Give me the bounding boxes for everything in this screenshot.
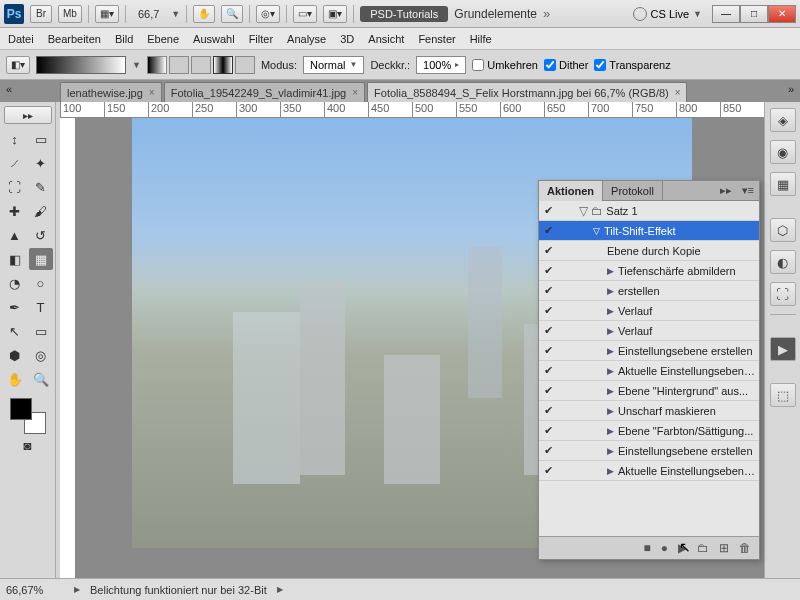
new-set-icon[interactable]: 🗀 <box>697 541 709 555</box>
menu-bearbeiten[interactable]: Bearbeiten <box>48 33 101 45</box>
status-arrow2[interactable]: ▶ <box>277 585 283 594</box>
close-icon[interactable]: × <box>675 87 681 98</box>
action-row[interactable]: ▶Unscharf maskieren <box>539 401 759 421</box>
deckkr-field[interactable]: 100%▸ <box>416 56 466 74</box>
arrange-button[interactable]: ▭▾ <box>293 5 317 23</box>
color-panel-icon[interactable]: ◈ <box>770 108 796 132</box>
gradient-diamond[interactable] <box>235 56 255 74</box>
hand-tool[interactable]: ✋ <box>3 368 27 390</box>
actions-panel-icon[interactable]: ▶ <box>770 337 796 361</box>
panel-menu[interactable]: ▾≡ <box>737 184 759 197</box>
quickmask-button[interactable]: ◙ <box>4 434 52 456</box>
action-row[interactable]: ▶Einstellungsebene erstellen <box>539 341 759 361</box>
action-row[interactable]: ▶Verlauf <box>539 301 759 321</box>
eyedropper-tool[interactable]: ✎ <box>29 176 53 198</box>
panel-collapse[interactable]: ▸▸ <box>715 184 737 197</box>
action-row[interactable]: ▶Ebene "Hintergrund" aus... <box>539 381 759 401</box>
styles-panel-icon[interactable]: ▦ <box>770 172 796 196</box>
action-row[interactable]: ▶Ebene "Farbton/Sättigung... <box>539 421 759 441</box>
cslive-label[interactable]: CS Live <box>651 8 690 20</box>
rotate-view-button[interactable]: ◎▾ <box>256 5 280 23</box>
action-row[interactable]: ▽Tilt-Shift-Effekt <box>539 221 759 241</box>
tabs-next[interactable]: » <box>788 83 794 95</box>
menu-datei[interactable]: Datei <box>8 33 34 45</box>
collapse-tools[interactable]: ▸▸ <box>4 106 52 124</box>
doc-tab[interactable]: Fotolia_19542249_S_vladimir41.jpg× <box>164 82 365 102</box>
dither-check[interactable]: Dither <box>544 59 588 71</box>
trash-icon[interactable]: 🗑 <box>739 541 751 555</box>
gradient-radial[interactable] <box>169 56 189 74</box>
stamp-tool[interactable]: ▲ <box>3 224 27 246</box>
minibridge-button[interactable]: Mb <box>58 5 82 23</box>
action-row[interactable]: ▶Aktuelle Einstellungsebene... <box>539 461 759 481</box>
minimize-button[interactable]: — <box>712 5 740 23</box>
menu-bild[interactable]: Bild <box>115 33 133 45</box>
action-row[interactable]: ▽ 🗀Satz 1 <box>539 201 759 221</box>
maximize-button[interactable]: □ <box>740 5 768 23</box>
menu-fenster[interactable]: Fenster <box>418 33 455 45</box>
crop-panel-icon[interactable]: ⛶ <box>770 282 796 306</box>
wand-tool[interactable]: ✦ <box>29 152 53 174</box>
color-swatches[interactable] <box>10 398 46 434</box>
action-row[interactable]: Ebene durch Kopie <box>539 241 759 261</box>
crop-tool[interactable]: ⛶ <box>3 176 27 198</box>
blur-tool[interactable]: ◔ <box>3 272 27 294</box>
gradient-tool-icon[interactable]: ◧▾ <box>6 56 30 74</box>
zoom-button[interactable]: 🔍 <box>221 5 243 23</box>
zoom-tool[interactable]: 🔍 <box>29 368 53 390</box>
workspace-pill[interactable]: PSD-Tutorials <box>360 6 448 22</box>
workspace-name[interactable]: Grundelemente <box>454 7 537 21</box>
close-button[interactable]: ✕ <box>768 5 796 23</box>
tab-aktionen[interactable]: Aktionen <box>539 181 603 201</box>
gradient-swatch[interactable] <box>36 56 126 74</box>
swatches-panel-icon[interactable]: ◉ <box>770 140 796 164</box>
fg-color[interactable] <box>10 398 32 420</box>
close-icon[interactable]: × <box>149 87 155 98</box>
menu-hilfe[interactable]: Hilfe <box>470 33 492 45</box>
menu-3d[interactable]: 3D <box>340 33 354 45</box>
3d-camera-tool[interactable]: ◎ <box>29 344 53 366</box>
zoom-display[interactable]: 66,7 <box>132 8 165 20</box>
doc-tab[interactable]: Fotolia_8588494_S_Felix Horstmann.jpg be… <box>367 82 687 102</box>
layers-panel-icon[interactable]: ⬚ <box>770 383 796 407</box>
umkehren-check[interactable]: Umkehren <box>472 59 538 71</box>
shape-tool[interactable]: ▭ <box>29 320 53 342</box>
pen-tool[interactable]: ✒ <box>3 296 27 318</box>
status-zoom[interactable]: 66,67% <box>6 584 64 596</box>
bridge-button[interactable]: Br <box>30 5 52 23</box>
action-row[interactable]: ▶Verlauf <box>539 321 759 341</box>
more-workspaces[interactable]: » <box>543 6 550 21</box>
lasso-tool[interactable]: ⟋ <box>3 152 27 174</box>
gradient-angle[interactable] <box>191 56 211 74</box>
action-row[interactable]: ▶Einstellungsebene erstellen <box>539 441 759 461</box>
stop-icon[interactable]: ■ <box>644 541 651 555</box>
menu-filter[interactable]: Filter <box>249 33 273 45</box>
tabs-prev[interactable]: « <box>6 83 12 95</box>
path-tool[interactable]: ↖ <box>3 320 27 342</box>
screenmode-button[interactable]: ▣▾ <box>323 5 347 23</box>
menu-analyse[interactable]: Analyse <box>287 33 326 45</box>
layout-button[interactable]: ▦▾ <box>95 5 119 23</box>
adjustments-panel-icon[interactable]: ⬡ <box>770 218 796 242</box>
hand-button[interactable]: ✋ <box>193 5 215 23</box>
menu-ebene[interactable]: Ebene <box>147 33 179 45</box>
record-icon[interactable]: ● <box>661 541 668 555</box>
history-brush-tool[interactable]: ↺ <box>29 224 53 246</box>
eraser-tool[interactable]: ◧ <box>3 248 27 270</box>
move-tool[interactable]: ↕ <box>3 128 27 150</box>
brush-tool[interactable]: 🖌 <box>29 200 53 222</box>
3d-tool[interactable]: ⬢ <box>3 344 27 366</box>
close-icon[interactable]: × <box>352 87 358 98</box>
gradient-reflected[interactable] <box>213 56 233 74</box>
new-action-icon[interactable]: ⊞ <box>719 541 729 555</box>
gradient-linear[interactable] <box>147 56 167 74</box>
doc-tab[interactable]: lenathewise.jpg× <box>60 82 162 102</box>
action-row[interactable]: ▶Tiefenschärfe abmildern <box>539 261 759 281</box>
heal-tool[interactable]: ✚ <box>3 200 27 222</box>
marquee-tool[interactable]: ▭ <box>29 128 53 150</box>
masks-panel-icon[interactable]: ◐ <box>770 250 796 274</box>
status-arrow[interactable]: ▶ <box>74 585 80 594</box>
action-row[interactable]: ▶erstellen <box>539 281 759 301</box>
type-tool[interactable]: T <box>29 296 53 318</box>
gradient-tool[interactable]: ▦ <box>29 248 53 270</box>
